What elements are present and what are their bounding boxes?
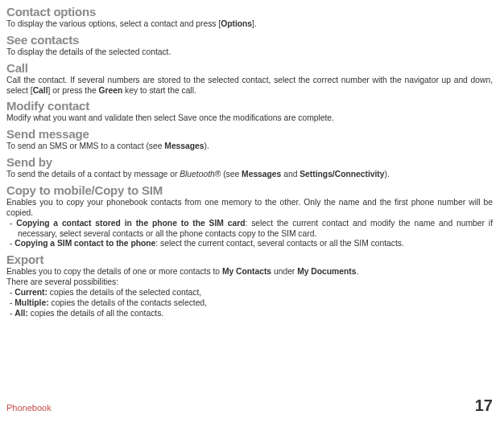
heading-export: Export	[6, 253, 493, 266]
heading-modify-contact: Modify contact	[6, 99, 493, 113]
text: ).	[204, 142, 209, 150]
text: Enables you to copy the details of one o…	[6, 267, 222, 276]
bold-messages: Messages	[164, 142, 204, 150]
text: (see	[221, 170, 242, 179]
text: and	[281, 170, 300, 179]
heading-see-contacts: See contacts	[6, 33, 493, 47]
heading-send-by: Send by	[6, 155, 493, 169]
heading-send-message: Send message	[6, 127, 493, 141]
footer-section-title: Phonebook	[6, 403, 52, 413]
heading-call: Call	[6, 61, 493, 75]
text: To display the various options, select a…	[6, 19, 221, 28]
bold: Multiple:	[14, 298, 48, 307]
bold-options: Options	[221, 19, 252, 28]
text: copies the details of the contacts selec…	[49, 298, 207, 307]
bold-my-documents: My Documents	[297, 267, 356, 276]
bold-messages: Messages	[242, 170, 281, 179]
text: key to start the call.	[122, 86, 196, 95]
para-see-contacts: To display the details of the selected c…	[6, 47, 493, 58]
heading-copy: Copy to mobile/Copy to SIM	[6, 183, 493, 197]
page-number: 17	[475, 396, 493, 415]
bold-call: Call	[33, 86, 48, 95]
bold: Current:	[14, 288, 48, 297]
heading-contact-options: Contact options	[6, 5, 493, 18]
text: copies the details of all the contacts.	[28, 309, 163, 318]
text: ).	[385, 170, 390, 179]
bold: Copying a SIM contact to the phone	[14, 239, 155, 248]
para-export-intro: Enables you to copy the details of one o…	[6, 267, 493, 277]
list-item: Copying a SIM contact to the phone: sele…	[6, 239, 493, 249]
bold: Copying a contact stored in the phone to…	[16, 219, 245, 228]
para-contact-options: To display the various options, select a…	[6, 19, 493, 30]
bold: All:	[14, 309, 28, 318]
para-copy-intro: Enables you to copy your phonebook conta…	[6, 198, 493, 219]
text: To send the details of a contact by mess…	[6, 170, 180, 179]
list-item: Current: copies the details of the selec…	[6, 288, 493, 298]
text: under	[271, 267, 297, 276]
text: ].	[252, 19, 257, 28]
text: copies the details of the selected conta…	[48, 288, 201, 297]
text: ] or press the	[48, 86, 99, 95]
text: To send an SMS or MMS to a contact (see	[6, 142, 164, 150]
bold-green: Green	[98, 86, 122, 95]
list-item: Multiple: copies the details of the cont…	[6, 298, 493, 309]
text: .	[356, 267, 358, 276]
para-send-message: To send an SMS or MMS to a contact (see …	[6, 142, 493, 152]
list-item: Copying a contact stored in the phone to…	[6, 219, 493, 240]
para-call: Call the contact. If several numbers are…	[6, 76, 493, 97]
page-footer: Phonebook 17	[6, 396, 493, 415]
text: : select the current contact, several co…	[155, 239, 403, 248]
list-item: All: copies the details of all the conta…	[6, 309, 493, 319]
para-send-by: To send the details of a contact by mess…	[6, 170, 493, 180]
para-modify-contact: Modify what you want and validate then s…	[6, 113, 493, 124]
bold-my-contacts: My Contacts	[222, 267, 271, 276]
italic-bluetooth: Bluetooth	[180, 170, 215, 179]
bold-settings-connectivity: Settings/Connectivity	[300, 170, 384, 179]
para-export-possibilities: There are several possibilities:	[6, 277, 493, 288]
